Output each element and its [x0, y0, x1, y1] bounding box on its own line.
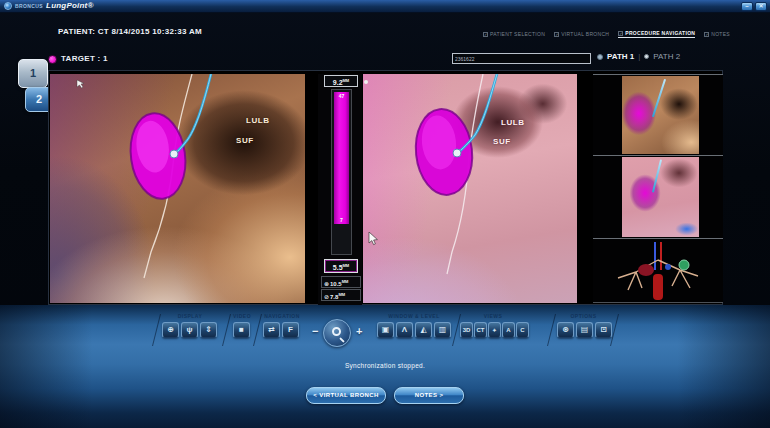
check-icon: ✓ — [554, 32, 559, 37]
thumbnail-image — [622, 157, 699, 237]
right-view-overlays — [363, 74, 577, 303]
workflow-nav: ✓ PATIENT SELECTION ✓ VIRTUAL BRONCH ✓ P… — [483, 30, 730, 38]
thumbnail-image — [622, 76, 699, 154]
view-3d-icon[interactable]: 3D — [460, 322, 473, 338]
path1-radio-icon[interactable] — [597, 54, 603, 60]
gauge-reach-value: 10.5 — [330, 281, 342, 287]
target-overlay — [125, 110, 190, 203]
view-compass-icon[interactable]: A — [502, 322, 515, 338]
broncus-globe-icon — [4, 2, 12, 10]
gauge-current-unit: MM — [343, 263, 350, 268]
zoom-magnifier-button[interactable] — [323, 319, 351, 347]
thumbnail-virtual-view[interactable] — [593, 155, 723, 238]
views-group-label: VIEWS — [468, 313, 518, 319]
magnifier-handle — [339, 337, 345, 343]
notes-button[interactable]: NOTES > — [394, 387, 464, 404]
brand-text: BRONCUS — [15, 3, 43, 9]
path2-label[interactable]: PATH 2 — [653, 52, 680, 61]
status-message: Synchronization stopped. — [0, 362, 770, 369]
snapshot-icon[interactable]: ⊡ — [595, 322, 612, 338]
nav-label: NOTES — [711, 31, 730, 37]
nav-label: PATIENT SELECTION — [490, 31, 545, 37]
gauge-reach-readout: ⊕10.5MM — [321, 276, 361, 288]
thumbnail-3d-airway-map[interactable] — [593, 238, 723, 303]
zoom-out-button[interactable]: − — [312, 325, 318, 337]
target-label: TARGET : 1 — [61, 54, 108, 63]
path-separator: | — [638, 52, 640, 61]
reach-icon: ⊕ — [324, 281, 329, 287]
nav-procedure-navigation[interactable]: ✓ PROCEDURE NAVIGATION — [618, 30, 695, 38]
left-view-overlays — [50, 74, 305, 303]
sync-icon[interactable]: ⇄ — [263, 322, 280, 338]
path1-label[interactable]: PATH 1 — [607, 52, 634, 61]
product-text: LungPoint® — [46, 1, 93, 10]
view-probe-icon[interactable]: ⌖ — [488, 322, 501, 338]
gauge-top-readout: 9.2MM — [324, 75, 358, 87]
settings-icon[interactable]: ⊛ — [557, 322, 574, 338]
wl-lung-icon[interactable]: Λ — [396, 322, 413, 338]
gauge-reach-unit: MM — [342, 279, 349, 284]
view-c-arm-icon[interactable]: C — [516, 322, 529, 338]
target-dot-icon — [48, 55, 57, 64]
gauge-diameter-unit: MM — [338, 292, 345, 297]
gauge-fill-bar: 47 7 — [334, 92, 349, 224]
airway-label-lulb: LULB — [246, 116, 270, 125]
nav-patient-selection[interactable]: ✓ PATIENT SELECTION — [483, 31, 545, 37]
nav-virtual-bronch[interactable]: ✓ VIRTUAL BRONCH — [554, 31, 609, 37]
nav-notes[interactable]: ✓ NOTES — [704, 31, 730, 37]
view-ct-icon[interactable]: CT — [474, 322, 487, 338]
thumbnail-endoscopic-view[interactable] — [593, 74, 723, 155]
secondary-cursor-icon — [77, 80, 84, 88]
titlebar: BRONCUS LungPoint® – ✕ — [0, 0, 770, 13]
follow-icon[interactable]: F — [282, 322, 299, 338]
gauge-current-value: 5.5 — [333, 264, 343, 271]
wl-lung-auto-icon[interactable]: ◭ — [415, 322, 432, 338]
plan-id-input[interactable] — [452, 53, 591, 64]
options-group-label: OPTIONS — [556, 313, 611, 319]
zoom-in-button[interactable]: + — [356, 325, 362, 337]
wl-mediastinum-icon[interactable]: ▥ — [434, 322, 451, 338]
gauge-max-value: 47 — [334, 93, 349, 99]
airway-tree-graphic — [598, 240, 718, 303]
minimize-button[interactable]: – — [741, 2, 753, 11]
record-stop-icon[interactable]: ■ — [233, 322, 250, 338]
control-panel: DISPLAY ⊕ ψ ⇕ VIDEO ■ NAVIGATION ⇄ F − +… — [0, 305, 770, 428]
navigation-group-label: NAVIGATION — [252, 313, 312, 319]
path-selector: PATH 1 | PATH 2 — [597, 52, 680, 61]
path2-radio-icon[interactable] — [644, 54, 649, 59]
airway-tree-icon[interactable]: ψ — [181, 322, 198, 338]
virtual-bronchoscopy-view[interactable]: LULB SUF — [363, 74, 577, 303]
catheter-line — [652, 79, 666, 118]
airway-label-suf: SUF — [493, 137, 511, 146]
target-tab-1[interactable]: 1 — [18, 59, 48, 88]
center-image-icon[interactable]: ⇕ — [200, 322, 217, 338]
gauge-min-value: 7 — [334, 217, 349, 223]
lungpoint-window: BRONCUS LungPoint® – ✕ PATIENT: CT 8/14/… — [0, 0, 770, 428]
patient-info: PATIENT: CT 8/14/2015 10:32:33 AM — [58, 27, 202, 36]
diameter-icon: ⊘ — [324, 294, 329, 300]
catheter-line — [652, 159, 662, 192]
catheter-tip-dot — [170, 150, 178, 158]
toolbar-divider — [547, 314, 556, 346]
display-group-label: DISPLAY — [160, 313, 220, 319]
magnifier-icon — [332, 327, 341, 336]
check-icon: ✓ — [704, 32, 709, 37]
wl-custom-icon[interactable]: ▣ — [377, 322, 394, 338]
corner-speck — [364, 80, 368, 84]
gauge-top-value: 9.2 — [333, 79, 343, 86]
catheter-tip-dot — [453, 149, 461, 157]
distance-gauge: 9.2MM 47 7 5.5MM ⊕10.5MM ⊘7.8MM — [318, 74, 362, 305]
nav-label: VIRTUAL BRONCH — [561, 31, 609, 37]
target-overlay-icon[interactable]: ⊕ — [162, 322, 179, 338]
check-icon: ✓ — [618, 31, 623, 36]
check-icon: ✓ — [483, 32, 488, 37]
close-button[interactable]: ✕ — [755, 2, 767, 11]
gauge-current-readout: 5.5MM — [324, 259, 358, 273]
bronchoscope-video-view[interactable]: LULB SUF — [50, 74, 305, 303]
report-icon[interactable]: ▤ — [576, 322, 593, 338]
nav-label: PROCEDURE NAVIGATION — [625, 30, 695, 36]
airway-label-suf: SUF — [236, 136, 254, 145]
zoom-control: − + — [312, 319, 364, 349]
gauge-top-unit: MM — [343, 78, 350, 83]
virtual-bronch-button[interactable]: < VIRTUAL BRONCH — [306, 387, 386, 404]
